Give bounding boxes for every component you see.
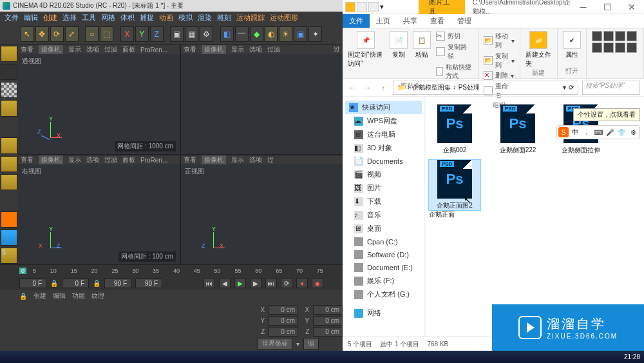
viewport-persp[interactable]: 查看 摄像机 显示 选项 过滤 面板 ProRen... 透视图 YXZ 网格间…: [18, 45, 180, 154]
ime-logo-icon[interactable]: S: [558, 127, 569, 137]
tool-prim-icon[interactable]: ◧: [220, 26, 234, 42]
frame-b[interactable]: 90 F: [104, 279, 131, 288]
tab-home[interactable]: 主页: [370, 14, 397, 28]
tool-render-icon[interactable]: ▣: [170, 26, 184, 42]
frame-start[interactable]: 0 F: [19, 279, 46, 288]
step-back-icon[interactable]: ◀: [219, 278, 231, 288]
tool-deform-icon[interactable]: ◐: [265, 26, 278, 42]
mode-obj-icon[interactable]: [1, 64, 17, 80]
nav-video[interactable]: 🎬视频: [345, 168, 422, 181]
ime-skin-icon[interactable]: 👕: [616, 127, 627, 137]
tool-pv-icon[interactable]: ▦: [185, 26, 198, 42]
loop-icon[interactable]: ⟳: [281, 278, 292, 288]
ime-punct-icon[interactable]: ，: [582, 127, 592, 137]
nav-network[interactable]: 🌐网络: [345, 306, 422, 320]
nav-g[interactable]: 个人文档 (G:): [345, 288, 422, 301]
paste-button[interactable]: 📋粘贴: [413, 31, 431, 81]
viewport-front[interactable]: 查看 摄像机 显示 选项 过 正视图 YXZ: [181, 155, 343, 264]
file-item-selected[interactable]: PSDPs 企鹅正面图2: [429, 160, 480, 210]
menu-file[interactable]: 文件: [3, 13, 21, 23]
menu-mograph[interactable]: 运动图形: [268, 13, 300, 23]
menu-anim[interactable]: 动画: [157, 13, 175, 23]
nav-f[interactable]: 娱乐 (F:): [345, 274, 422, 288]
play-icon[interactable]: ▶: [234, 278, 246, 288]
properties-button[interactable]: ✔属性: [563, 31, 581, 59]
key-icon[interactable]: ◆: [312, 278, 323, 288]
menu-render[interactable]: 渲染: [196, 13, 214, 23]
coord-space-select[interactable]: 世界坐标: [258, 338, 292, 349]
app-shortcut-icon[interactable]: [592, 31, 602, 41]
new-folder-button[interactable]: 📁新建文件夹: [526, 31, 552, 68]
lock-icon[interactable]: 🔒: [19, 293, 27, 300]
file-list[interactable]: PSDPs 企鹅002 PSDPs 企鹅侧面222 PSDPs 企鹅侧面拉伸 P…: [425, 97, 644, 337]
menu-select[interactable]: 选择: [61, 13, 79, 23]
tool-cam-icon[interactable]: ▣: [294, 26, 307, 42]
ime-kb-icon[interactable]: ⌨: [593, 127, 603, 137]
tool-settings-icon[interactable]: ⚙: [200, 26, 213, 42]
timeline-ruler[interactable]: 0 510 1520 2530 3540 4550 5560 6570 75: [0, 264, 343, 276]
mode-work-icon[interactable]: [1, 100, 17, 116]
nav-fwd-icon[interactable]: →: [362, 82, 374, 93]
breadcrumb[interactable]: 📁 › 企鹅模型图集 › PS处理 ▾ ⟳: [393, 81, 578, 95]
step-fwd-icon[interactable]: ▶: [250, 278, 261, 288]
viewport-top[interactable]: 查看 摄像机 显示 选项 过滤 过: [181, 45, 343, 154]
menu-tools[interactable]: 工具: [80, 13, 98, 23]
maximize-button[interactable]: ☐: [595, 1, 620, 14]
nav-c[interactable]: Cpan (C:): [345, 235, 422, 248]
axis-z-button[interactable]: Z: [150, 26, 164, 42]
menu-track[interactable]: 运动跟踪: [234, 13, 267, 23]
mode-soft-icon[interactable]: S: [1, 248, 17, 264]
axis-x-button[interactable]: X: [120, 26, 134, 42]
copy-button[interactable]: 📄复制: [390, 31, 408, 81]
menu-mesh[interactable]: 网格: [99, 13, 117, 23]
nav-back-icon[interactable]: ←: [346, 82, 358, 93]
clock[interactable]: 21:28: [624, 353, 640, 360]
viewport-right[interactable]: 查看 摄像机 显示 选项 过滤 面板 ProRen... 右视图 YZX 网格间…: [18, 155, 180, 264]
mode-axis-icon[interactable]: [1, 211, 17, 228]
tool-env-icon[interactable]: ☀: [279, 26, 292, 42]
tool-light-icon[interactable]: ✦: [308, 26, 322, 42]
goto-end-icon[interactable]: ⏭: [265, 278, 277, 288]
tool-rotate-icon[interactable]: ⟳: [50, 26, 64, 42]
ime-mic-icon[interactable]: 🎤: [605, 127, 615, 137]
nav-docs[interactable]: 📄Documents: [345, 155, 422, 168]
nav-d[interactable]: Software (D:): [345, 248, 422, 261]
tab-view[interactable]: 查看: [424, 14, 451, 28]
nav-down[interactable]: ⬇下载: [345, 195, 422, 208]
attr-create[interactable]: 创建: [33, 291, 46, 300]
search-input[interactable]: 搜索"PS处理": [582, 81, 640, 95]
attr-edit[interactable]: 编辑: [53, 291, 66, 300]
moveto-button[interactable]: 📂移动到▾: [484, 31, 514, 50]
pin-button[interactable]: 📌固定到"快速访问": [348, 31, 384, 81]
axis-y-button[interactable]: Y: [135, 26, 149, 42]
mode-tex-icon[interactable]: [1, 82, 17, 98]
nav-pane[interactable]: ★快速访问 ☁WPS网盘 🖥这台电脑 ◧3D 对象 📄Documents 🎬视频…: [343, 97, 425, 337]
mode-edge-icon[interactable]: [1, 156, 17, 172]
nav-wps[interactable]: ☁WPS网盘: [345, 114, 422, 128]
qat-icon[interactable]: [368, 2, 379, 12]
record-icon[interactable]: ●: [296, 278, 308, 288]
frame-a[interactable]: 0 F: [62, 279, 89, 288]
qat-icon[interactable]: [357, 2, 367, 12]
tool-move-icon[interactable]: ✥: [35, 26, 49, 42]
ime-lang[interactable]: 中: [570, 127, 580, 137]
tool-spline-icon[interactable]: 〰: [235, 26, 249, 42]
menu-sim[interactable]: 模拟: [176, 13, 194, 23]
nav-up-icon[interactable]: ↑: [377, 82, 389, 93]
mode-model-icon[interactable]: [1, 46, 17, 62]
copypath-button[interactable]: 复制路径: [436, 42, 473, 61]
nav-pics[interactable]: 🖼图片: [345, 181, 422, 195]
attr-tex[interactable]: 纹理: [91, 291, 104, 300]
ime-gear-icon[interactable]: ⚙: [628, 127, 638, 137]
coord-z[interactable]: 0 cm: [269, 327, 298, 337]
ime-bar[interactable]: S 中 ， ⌨ 🎤 👕 ⚙: [556, 125, 640, 139]
coord-y[interactable]: 0 cm: [269, 316, 298, 326]
tool-scale-icon[interactable]: ⤢: [65, 26, 79, 42]
file-item[interactable]: PSDPs 企鹅002: [429, 104, 480, 155]
nav-thispc[interactable]: 🖥这台电脑: [345, 128, 422, 141]
cut-button[interactable]: ✂剪切: [436, 31, 473, 41]
menu-snap[interactable]: 捕捉: [138, 13, 156, 23]
refresh-icon[interactable]: ⟳: [569, 84, 574, 91]
attr-func[interactable]: 功能: [72, 291, 85, 300]
goto-start-icon[interactable]: ⏮: [204, 278, 215, 288]
